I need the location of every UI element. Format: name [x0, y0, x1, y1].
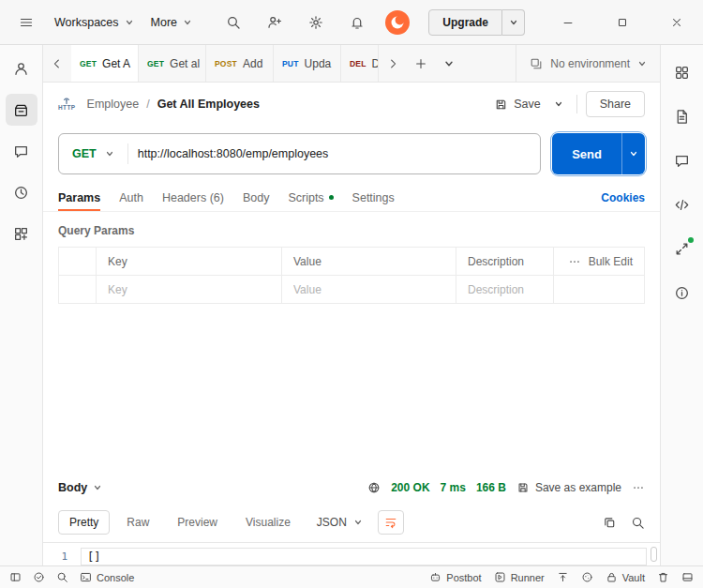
share-button[interactable]: Share [586, 91, 645, 117]
upgrade-split-button: Upgrade [428, 9, 525, 36]
sidebar-toggle-icon[interactable] [9, 571, 22, 583]
invite-icon[interactable] [262, 9, 288, 36]
more-menu[interactable]: More [149, 12, 194, 33]
row-checkbox-cell [58, 275, 96, 303]
notifications-icon[interactable] [344, 9, 370, 36]
more-icon[interactable] [568, 255, 581, 268]
request-tab-4[interactable]: PUT Upda [274, 45, 341, 82]
left-sidebar [0, 45, 43, 565]
console-icon [80, 571, 92, 583]
cookies-link[interactable]: Cookies [601, 191, 645, 204]
search-icon[interactable] [220, 9, 247, 36]
history-icon[interactable] [6, 176, 37, 208]
response-size[interactable]: 166 B [476, 481, 506, 494]
method-select[interactable]: GET [59, 147, 127, 160]
value-column-header: Value [281, 247, 456, 275]
status-badge[interactable]: 200 OK [391, 481, 429, 494]
save-icon [494, 98, 508, 112]
tab-body[interactable]: Body [243, 184, 270, 211]
layout-icon[interactable] [666, 56, 698, 88]
request-tab-3[interactable]: POST Add [206, 45, 274, 82]
breadcrumb-collection[interactable]: Employee [87, 98, 140, 111]
status-ok-icon[interactable] [33, 571, 45, 583]
new-tab-icon[interactable] [407, 45, 435, 82]
tab-settings[interactable]: Settings [352, 184, 395, 211]
bottom-panel-icon[interactable] [681, 571, 694, 583]
response-time[interactable]: 7 ms [441, 481, 466, 494]
save-icon [516, 481, 530, 494]
collections-icon[interactable] [6, 94, 37, 126]
comment-icon[interactable] [666, 144, 698, 176]
postbot-button[interactable]: Postbot [429, 571, 481, 583]
capture-requests-icon[interactable] [557, 571, 569, 583]
tabs-back-icon[interactable] [43, 45, 71, 82]
menu-icon[interactable] [13, 9, 39, 36]
request-subtabs: Params Auth Headers (6) Body Scripts Set… [43, 184, 660, 212]
response-body-editor[interactable]: 1 [] [43, 542, 660, 565]
workspaces-menu[interactable]: Workspaces [52, 12, 136, 33]
settings-icon[interactable] [303, 9, 329, 36]
send-split-button: Send [552, 133, 645, 174]
save-button[interactable]: Save [494, 98, 541, 112]
url-row: GET Send [43, 126, 660, 184]
globe-icon[interactable] [367, 481, 381, 494]
code-snippet-icon[interactable] [666, 188, 698, 220]
query-params-section: Query Params Key Value Description Bulk … [43, 212, 660, 304]
minimize-icon[interactable] [555, 9, 581, 36]
view-raw-button[interactable]: Raw [115, 510, 160, 535]
trash-icon[interactable] [657, 571, 669, 583]
tab-params[interactable]: Params [58, 184, 100, 211]
info-icon[interactable] [666, 277, 698, 309]
response-body-text[interactable]: [] [81, 548, 647, 565]
chevron-down-icon [183, 18, 192, 27]
wrap-line-icon[interactable] [378, 510, 404, 535]
key-input[interactable] [108, 283, 270, 296]
save-as-example-button[interactable]: Save as example [516, 481, 621, 494]
documentation-icon[interactable] [666, 100, 698, 132]
tab-options-icon[interactable] [435, 45, 463, 82]
send-options-caret[interactable] [621, 133, 645, 174]
bulk-edit-button[interactable]: Bulk Edit [589, 255, 633, 268]
request-tabbar: GET Get A GET Get al POST Add PUT Upda D… [43, 45, 660, 83]
window-controls [555, 9, 690, 36]
vault-button[interactable]: Vault [606, 571, 645, 583]
request-header: HTTP Employee / Get All Employees Save S… [43, 83, 660, 126]
related-requests-icon[interactable] [666, 233, 698, 264]
environment-selector[interactable]: No environment [516, 45, 660, 82]
upgrade-caret[interactable] [502, 9, 525, 36]
search-response-icon[interactable] [631, 516, 645, 530]
response-body-dropdown[interactable]: Body [58, 481, 102, 494]
save-options-caret[interactable] [549, 91, 568, 117]
url-input[interactable] [128, 147, 541, 160]
user-icon[interactable] [6, 53, 37, 84]
maximize-icon[interactable] [609, 9, 636, 36]
notification-dot [688, 237, 694, 243]
view-visualize-button[interactable]: Visualize [234, 510, 302, 535]
tab-headers[interactable]: Headers (6) [162, 184, 224, 211]
find-icon[interactable] [56, 571, 68, 583]
apps-icon[interactable] [6, 218, 37, 249]
cookies-icon[interactable] [581, 571, 593, 583]
tab-auth[interactable]: Auth [119, 184, 143, 211]
description-input[interactable] [468, 283, 542, 296]
view-preview-button[interactable]: Preview [166, 510, 229, 535]
request-tab-2[interactable]: GET Get al [139, 45, 206, 82]
format-select[interactable]: JSON [317, 516, 363, 529]
console-button[interactable]: Console [80, 571, 134, 583]
scrollbar-thumb[interactable] [651, 547, 657, 562]
close-icon[interactable] [664, 9, 690, 36]
upgrade-button[interactable]: Upgrade [428, 9, 502, 36]
value-input[interactable] [293, 283, 444, 296]
copy-icon[interactable] [603, 516, 617, 530]
request-tab-5[interactable]: DEL D [341, 45, 379, 82]
send-button[interactable]: Send [552, 133, 621, 174]
runner-button[interactable]: Runner [494, 571, 545, 583]
lock-icon [606, 571, 618, 583]
request-tab-1[interactable]: GET Get A [71, 45, 139, 82]
postman-logo[interactable] [385, 10, 410, 35]
tab-scripts[interactable]: Scripts [288, 184, 333, 211]
view-pretty-button[interactable]: Pretty [58, 510, 110, 535]
response-more-icon[interactable] [632, 481, 645, 494]
tabs-forward-icon[interactable] [379, 45, 407, 82]
comments-icon[interactable] [6, 135, 37, 167]
